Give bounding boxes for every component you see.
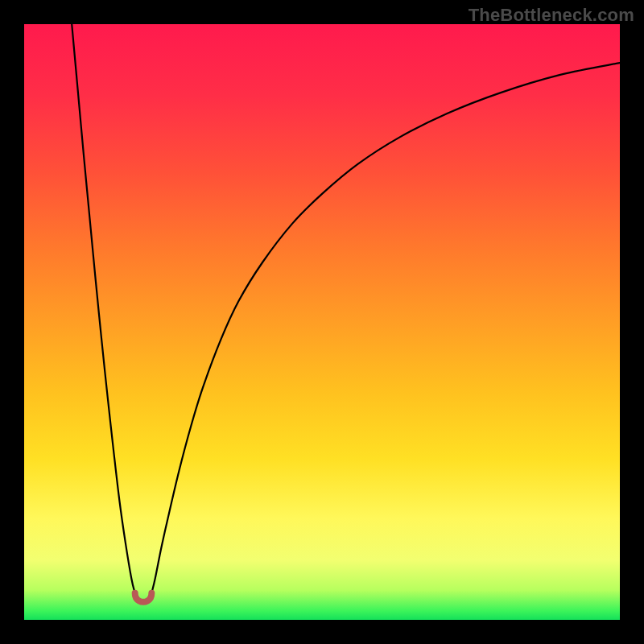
watermark-text: TheBottleneck.com: [469, 5, 634, 26]
gradient-background: [24, 24, 620, 620]
chart-container: TheBottleneck.com: [0, 0, 644, 644]
plot-svg: [24, 24, 620, 620]
plot-area: [24, 24, 620, 620]
